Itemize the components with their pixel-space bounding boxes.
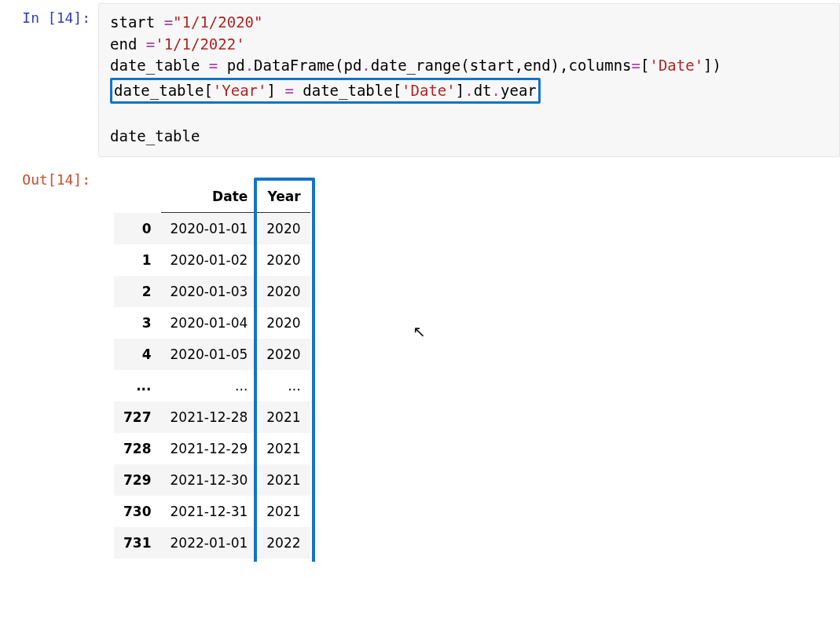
- table-row: .........: [114, 370, 310, 401]
- cell-year: ...: [257, 370, 310, 401]
- table-row: 7312022-01-012022: [114, 527, 310, 559]
- cell-year: 2020: [257, 244, 310, 276]
- cell-year: 2020: [257, 213, 310, 245]
- output-prompt: Out[14]:: [0, 165, 98, 188]
- col-header-year: Year: [257, 181, 310, 213]
- cell-date: 2021-12-29: [161, 433, 258, 464]
- code-line: date_table: [110, 126, 828, 148]
- cell-date: 2021-12-30: [161, 464, 258, 496]
- table-row: 7292021-12-302021: [114, 464, 310, 496]
- input-cell: In [14]: start ="1/1/2020" end ='1/1/202…: [0, 0, 840, 157]
- table-header-row: Date Year: [114, 181, 310, 213]
- cell-year: 2021: [257, 496, 310, 527]
- cell-year: 2020: [257, 307, 310, 339]
- code-line: date_table = pd.DataFrame(pd.date_range(…: [110, 55, 828, 77]
- cell-year: 2021: [257, 464, 310, 496]
- table-row: 7302021-12-312021: [114, 496, 310, 527]
- code-line: end ='1/1/2022': [110, 34, 828, 56]
- cell-year: 2022: [257, 527, 310, 559]
- cell-year: 2021: [257, 433, 310, 464]
- row-index: 727: [114, 401, 161, 433]
- row-index: 730: [114, 496, 161, 527]
- cell-year: 2021: [257, 401, 310, 433]
- cell-date: 2021-12-28: [161, 401, 258, 433]
- table-row: 32020-01-042020: [114, 307, 310, 339]
- dataframe-table: Date Year 02020-01-01202012020-01-022020…: [114, 181, 310, 559]
- row-index: 729: [114, 464, 161, 496]
- row-index: ...: [114, 370, 161, 401]
- code-editor[interactable]: start ="1/1/2020" end ='1/1/2022' date_t…: [98, 3, 840, 157]
- row-index: 2: [114, 276, 161, 307]
- table-row: 7282021-12-292021: [114, 433, 310, 464]
- code-line-highlighted: date_table['Year'] = date_table['Date'].…: [110, 77, 828, 104]
- mouse-cursor-icon: ↖: [413, 322, 426, 341]
- table-row: 7272021-12-282021: [114, 401, 310, 433]
- cell-date: 2020-01-02: [161, 244, 258, 276]
- row-index: 728: [114, 433, 161, 464]
- cell-date: ...: [161, 370, 258, 401]
- row-index: 1: [114, 244, 161, 276]
- input-prompt: In [14]:: [0, 3, 98, 26]
- row-index: 731: [114, 527, 161, 559]
- output-cell: Out[14]: Date Year 02020-01-01202012020-…: [0, 162, 840, 562]
- table-row: 42020-01-052020: [114, 339, 310, 370]
- cell-date: 2020-01-03: [161, 276, 258, 307]
- cell-year: 2020: [257, 276, 310, 307]
- cell-date: 2022-01-01: [161, 527, 258, 559]
- code-line: start ="1/1/2020": [110, 12, 828, 34]
- cell-date: 2020-01-01: [161, 213, 258, 245]
- row-index: 0: [114, 213, 161, 245]
- cell-year: 2020: [257, 339, 310, 370]
- cell-date: 2020-01-05: [161, 339, 258, 370]
- row-index: 3: [114, 307, 161, 339]
- table-row: 22020-01-032020: [114, 276, 310, 307]
- row-index: 4: [114, 339, 161, 370]
- table-row: 12020-01-022020: [114, 244, 310, 276]
- output-area: Date Year 02020-01-01202012020-01-022020…: [98, 165, 310, 562]
- col-header-date: Date: [161, 181, 258, 213]
- cell-date: 2020-01-04: [161, 307, 258, 339]
- cell-date: 2021-12-31: [161, 496, 258, 527]
- table-row: 02020-01-012020: [114, 213, 310, 245]
